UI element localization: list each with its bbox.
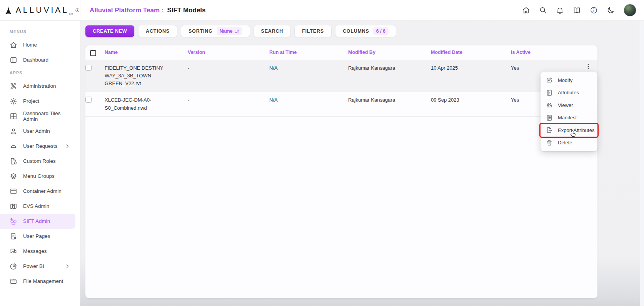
file-shield-icon [10, 157, 17, 165]
dashboard-icon [10, 56, 17, 64]
sidebar-item-label: SIFT Admin [23, 218, 50, 224]
sidebar-item-label: Dashboard [23, 57, 48, 63]
section-label-menus: MENUS [0, 26, 80, 37]
trash-icon [546, 139, 553, 146]
row-actions-kebab-icon[interactable] [585, 60, 597, 70]
model-name: FIDELITY_ONE DESTINY WAY_3A_3B_TOWN GREE… [105, 60, 188, 92]
menu-item-modify[interactable]: Modify [541, 74, 597, 87]
sidebar-item-label: Custom Roles [23, 158, 56, 164]
sorting-button[interactable]: SORTING Name [181, 25, 250, 37]
brand-wordmark: ALLUVIALSM [16, 5, 73, 15]
home-icon [10, 41, 17, 49]
search-icon[interactable] [539, 6, 547, 14]
sidebar-item-label: Home [23, 42, 37, 48]
menu-item-attributes[interactable]: § Attributes [541, 87, 597, 99]
chevron-right-icon [65, 144, 70, 149]
sidebar-item-custom-roles[interactable]: Custom Roles [0, 154, 75, 169]
columns-button[interactable]: COLUMNS 6 / 6 [335, 25, 396, 37]
record-icon[interactable] [75, 7, 80, 14]
toolbar: CREATE NEW ACTIONS SORTING Name SEARCH F… [85, 25, 396, 37]
model-modified-by: Rajkumar Kansagara [348, 92, 431, 108]
sidebar-item-user-admin[interactable]: User Admin [0, 124, 75, 139]
dark-mode-moon-icon[interactable] [607, 6, 615, 14]
pie-chart-icon [10, 263, 17, 270]
sidebar-item-container-admin[interactable]: Container Admin [0, 184, 75, 199]
sorting-value-badge: Name [217, 27, 242, 35]
sidebar-item-label: User Requests [23, 143, 57, 149]
grid-icon [10, 112, 17, 120]
model-modified-by: Rajkumar Kansagara [348, 60, 431, 76]
table-row[interactable]: XLCEB-JEG-DM-A0-S0_Combined.nwd - N/A Ra… [85, 92, 597, 116]
sidebar-item-administration[interactable]: Administration [0, 79, 75, 94]
documentation-book-icon[interactable] [573, 6, 581, 14]
sidebar-item-messages[interactable]: Messages [0, 244, 75, 259]
team-name[interactable]: Alluvial Platform Team : [90, 7, 164, 14]
menu-item-label: Modify [558, 77, 572, 83]
sidebar-item-file-management[interactable]: File Management [0, 274, 75, 289]
svg-text:§: § [549, 91, 550, 94]
model-modified-date: 09 Sep 2023 [431, 92, 511, 108]
column-header-run-at-time[interactable]: Run at Time [269, 45, 348, 59]
sidebar-item-label: Administration [23, 83, 56, 89]
column-header-name[interactable]: Name [105, 45, 188, 59]
row-checkbox[interactable] [85, 65, 92, 71]
model-name: XLCEB-JEG-DM-A0-S0_Combined.nwd [105, 92, 188, 116]
section-label-apps: APPS [0, 67, 80, 79]
sidebar-item-dashboard-tiles-admin[interactable]: Dashboard Tiles Admin [0, 109, 75, 124]
sidebar-item-label: Power BI [23, 263, 44, 269]
sidebar-item-project[interactable]: Project [0, 94, 75, 109]
menu-item-export-attributes[interactable]: Export Attributes [541, 124, 597, 137]
sort-descending-icon [234, 29, 239, 34]
column-header-modified-date[interactable]: Modified Date [431, 45, 511, 59]
column-header-version[interactable]: Version [188, 45, 269, 59]
menu-item-label: Attributes [558, 90, 579, 95]
create-new-button[interactable]: CREATE NEW [85, 25, 134, 37]
select-all-checkbox[interactable] [90, 50, 96, 56]
menu-item-viewer[interactable]: Viewer [541, 99, 597, 112]
map-icon [10, 202, 17, 210]
file-info-icon [10, 232, 17, 240]
info-icon[interactable] [590, 6, 598, 14]
actions-button[interactable]: ACTIONS [138, 25, 177, 37]
menu-item-label: Manifest [558, 115, 577, 120]
brand-logo: ALLUVIALSM [0, 0, 80, 20]
menu-item-manifest[interactable]: Manifest [541, 112, 597, 124]
table-row[interactable]: FIDELITY_ONE DESTINY WAY_3A_3B_TOWN GREE… [85, 60, 597, 92]
sidebar-item-sift-admin[interactable]: SIFT Admin [0, 214, 75, 229]
breadcrumb: Alluvial Platform Team : SIFT Models [90, 7, 206, 14]
transfer-icon [10, 217, 17, 225]
menu-item-label: Delete [558, 140, 572, 145]
scrollbar-track[interactable] [640, 21, 644, 306]
attributes-book-icon: § [546, 89, 553, 96]
filters-button[interactable]: FILTERS [295, 25, 331, 37]
sidebar: MENUS Home Dashboard APPS Administration… [0, 21, 80, 306]
sidebar-item-evs-admin[interactable]: EVS Admin [0, 199, 75, 214]
user-avatar[interactable] [624, 4, 636, 17]
menu-item-label: Viewer [558, 102, 573, 108]
menu-item-delete[interactable]: Delete [541, 137, 597, 149]
column-header-is-active[interactable]: Is Active [511, 45, 557, 59]
sidebar-item-user-requests[interactable]: User Requests [0, 139, 75, 154]
sidebar-item-label: Container Admin [23, 188, 62, 194]
sidebar-item-menu-groups[interactable]: Menu Groups [0, 169, 75, 184]
binoculars-icon [546, 102, 553, 109]
model-version: - [188, 92, 269, 108]
window-icon [10, 187, 17, 195]
model-run-at-time: N/A [269, 92, 348, 108]
topbar-icons [522, 4, 644, 17]
sidebar-item-label: Project [23, 98, 39, 104]
home-icon[interactable] [522, 6, 530, 14]
search-button[interactable]: SEARCH [254, 25, 291, 37]
sidebar-item-dashboard[interactable]: Dashboard [0, 52, 75, 67]
notifications-bell-icon[interactable] [556, 6, 564, 14]
sidebar-item-home[interactable]: Home [0, 37, 75, 52]
model-version: - [188, 60, 269, 76]
column-header-modified-by[interactable]: Modified By [348, 45, 431, 59]
sidebar-item-power-bi[interactable]: Power BI [0, 259, 75, 274]
row-checkbox[interactable] [85, 97, 92, 103]
sidebar-item-user-pages[interactable]: User Pages [0, 229, 75, 244]
row-context-menu: Modify § Attributes Viewer Manifest Expo… [541, 72, 597, 151]
sidebar-item-label: User Pages [23, 233, 50, 239]
table-header-row: Name Version Run at Time Modified By Mod… [85, 45, 597, 60]
messages-icon [10, 247, 17, 255]
